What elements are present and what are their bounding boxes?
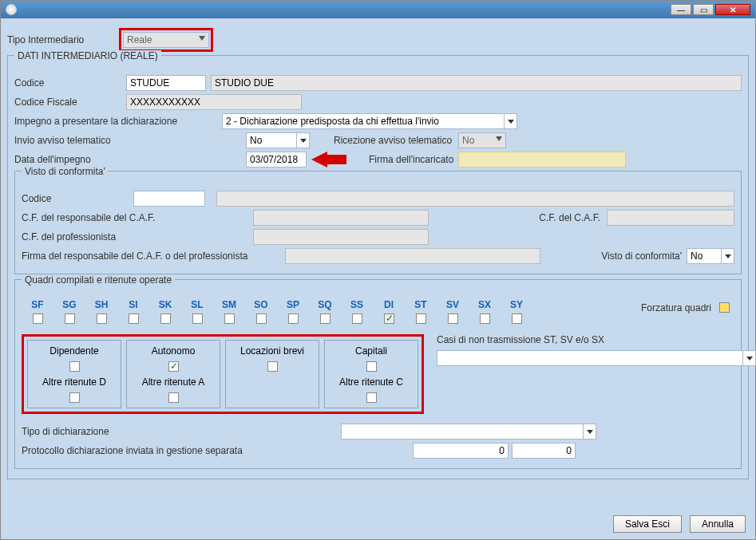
fieldset-title-quadri: Quadri compilati e ritenute operate	[22, 274, 175, 286]
chevron-down-icon	[583, 424, 596, 439]
checkbox-altre-ritenute-a[interactable]	[168, 392, 179, 403]
close-button[interactable]: ✕	[715, 4, 750, 15]
app-icon	[6, 4, 17, 15]
quadro-col-sf: SF	[22, 299, 53, 326]
quadro-header: SP	[277, 299, 309, 313]
chevron-down-icon	[496, 136, 502, 141]
cancel-button[interactable]: Annulla	[690, 515, 746, 533]
group-label-bottom: Altre ritenute D	[42, 376, 106, 388]
checkbox-quadro-ss[interactable]	[352, 313, 362, 324]
display-visto-desc	[216, 191, 734, 207]
checkbox-quadro-sg[interactable]	[65, 313, 75, 324]
checkbox-quadro-sh[interactable]	[97, 313, 107, 324]
quadro-header: SG	[53, 299, 85, 313]
label-ricezione-avviso: Ricezione avviso telematico	[334, 135, 452, 146]
group-label-top: Autonomo	[152, 345, 196, 357]
label-protocollo: Protocollo dichiarazione inviata in gest…	[22, 445, 309, 456]
footer-buttons: Salva Esci Annulla	[613, 515, 746, 533]
checkbox-quadro-sq[interactable]	[320, 313, 331, 324]
checkbox-quadro-so[interactable]	[256, 313, 267, 324]
checkbox-quadro-sy[interactable]	[512, 313, 522, 324]
label-tipo-intermediario: Tipo Intermediario	[7, 34, 119, 45]
display-cf-resp-caf	[253, 210, 429, 226]
quadri-grid: SFSGSHSISKSLSMSOSPSQSSDISTSVSXSY	[22, 299, 532, 326]
form-canvas: Tipo Intermediario Reale DATI INTERMEDIA…	[1, 18, 755, 539]
group-label-top: Locazioni brevi	[240, 345, 304, 357]
chevron-down-icon	[199, 36, 205, 41]
group-box-2: Locazioni brevi	[225, 340, 319, 408]
quadro-col-so: SO	[245, 299, 277, 326]
chevron-down-icon	[504, 114, 517, 128]
input-data-impegno[interactable]: 03/07/2018	[246, 152, 307, 168]
arrow-stem	[327, 155, 346, 164]
app-window: — ▭ ✕ Tipo Intermediario Reale DATI INTE…	[0, 0, 756, 540]
select-ricezione-avviso[interactable]: No	[458, 132, 506, 148]
checkbox-quadro-sl[interactable]	[192, 313, 203, 324]
titlebar: — ▭ ✕	[1, 1, 755, 18]
input-visto-codice[interactable]	[133, 191, 205, 207]
label-codice: Codice	[14, 77, 126, 89]
display-firma-incaricato	[458, 152, 626, 168]
checkbox-quadro-sx[interactable]	[480, 313, 490, 324]
checkbox-altre-ritenute-d[interactable]	[69, 392, 80, 403]
quadro-header: SV	[437, 299, 469, 313]
checkbox-autonomo[interactable]	[168, 361, 179, 372]
quadro-col-sx: SX	[469, 299, 501, 326]
label-firma-incaricato: Firma dell'incaricato	[369, 154, 453, 165]
select-impegno[interactable]: 2 - Dichiarazione predisposta da chi eff…	[222, 113, 517, 129]
group-box-1: AutonomoAltre ritenute A	[126, 340, 220, 408]
checkbox-altre-ritenute-c[interactable]	[366, 392, 377, 403]
quadro-header: SO	[245, 299, 277, 313]
checkbox-capitali[interactable]	[366, 361, 377, 372]
checkbox-quadro-sp[interactable]	[288, 313, 299, 324]
highlight-groups: DipendenteAltre ritenute DAutonomoAltre …	[22, 334, 424, 414]
checkbox-quadro-di[interactable]	[384, 313, 394, 324]
quadro-header: SK	[149, 299, 181, 313]
quadro-col-ss: SS	[341, 299, 373, 326]
select-tipo-intermediario[interactable]: Reale	[123, 32, 209, 48]
quadro-col-sv: SV	[437, 299, 469, 326]
checkbox-quadro-sm[interactable]	[224, 313, 235, 324]
label-visto-codice: Codice	[22, 193, 133, 204]
quadro-col-sp: SP	[277, 299, 309, 326]
select-invio-avviso[interactable]: No	[246, 132, 310, 148]
fieldset-title-dati: DATI INTERMEDIARIO (REALE)	[14, 50, 161, 61]
quadro-col-st: ST	[405, 299, 437, 326]
quadro-col-di: DI	[373, 299, 405, 326]
checkbox-quadro-sf[interactable]	[33, 313, 43, 324]
fieldset-quadri: Quadri compilati e ritenute operate SFSG…	[14, 279, 742, 469]
fieldset-title-visto: Visto di conformita'	[22, 166, 109, 177]
quadro-col-sg: SG	[53, 299, 85, 326]
quadro-header: ST	[405, 299, 437, 313]
checkbox-quadro-si[interactable]	[129, 313, 139, 324]
checkbox-locazioni-brevi[interactable]	[267, 361, 278, 372]
save-exit-button[interactable]: Salva Esci	[613, 515, 682, 533]
label-data-impegno: Data dell'impegno	[14, 154, 222, 165]
input-codice[interactable]: STUDUE	[126, 75, 206, 91]
quadro-header: DI	[373, 299, 405, 313]
checkbox-quadro-st[interactable]	[416, 313, 426, 324]
select-visto-conformita[interactable]: No	[687, 248, 734, 264]
minimize-button[interactable]: —	[671, 4, 691, 15]
quadro-header: SM	[213, 299, 245, 313]
select-tipo-dichiarazione[interactable]	[341, 424, 596, 439]
group-label-bottom: Altre ritenute A	[142, 376, 205, 388]
quadro-col-sk: SK	[149, 299, 181, 326]
fieldset-dati-intermediario: DATI INTERMEDIARIO (REALE) Codice STUDUE…	[7, 55, 749, 479]
label-forzatura: Forzatura quadri	[641, 302, 711, 313]
label-visto-conf-sel: Visto di conformita'	[601, 250, 682, 262]
group-box-3: CapitaliAltre ritenute C	[324, 340, 418, 408]
input-protocollo-a[interactable]: 0	[413, 443, 509, 459]
quadro-header: SY	[501, 299, 532, 313]
chevron-down-icon	[296, 133, 309, 148]
checkbox-quadro-sv[interactable]	[448, 313, 458, 324]
checkbox-quadro-sk[interactable]	[160, 313, 171, 324]
select-casi-non-trasmissione[interactable]	[437, 350, 756, 366]
checkbox-dipendente[interactable]	[69, 361, 80, 372]
label-cf-caf: C.F. del C.A.F.	[539, 212, 600, 223]
checkbox-forzatura-quadri[interactable]	[719, 302, 730, 313]
input-protocollo-b[interactable]: 0	[512, 443, 576, 459]
maximize-button[interactable]: ▭	[693, 4, 714, 15]
row-tipo-intermediario: Tipo Intermediario Reale	[7, 28, 749, 52]
fieldset-visto-conformita: Visto di conformita' Codice C.F. del res…	[14, 171, 742, 274]
